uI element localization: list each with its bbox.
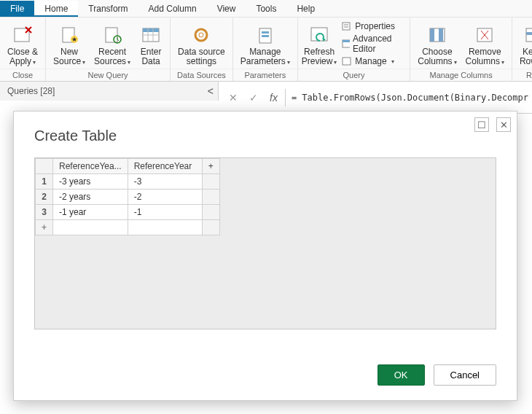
manage-button[interactable]: Manage xyxy=(340,55,404,67)
cancel-button[interactable]: Cancel xyxy=(434,364,496,386)
formula-text[interactable]: = Table.FromRows(Json.Document(Binary.De… xyxy=(292,93,528,103)
group-manage-columns: Choose Columns Remove Columns Manage Col… xyxy=(410,17,512,81)
column-header-b[interactable]: ReferenceYear xyxy=(128,159,202,174)
cell[interactable]: -1 year xyxy=(53,205,128,220)
formula-cancel-icon[interactable]: ✕ xyxy=(223,89,243,106)
menu-help[interactable]: Help xyxy=(286,1,325,17)
group-parameters: Manage Parameters Parameters xyxy=(233,17,298,81)
menu-home[interactable]: Home xyxy=(34,1,78,17)
group-close: Close & Apply Close xyxy=(0,17,46,81)
advanced-editor-icon xyxy=(342,39,350,49)
refresh-preview-button[interactable]: Refresh Preview xyxy=(301,21,337,67)
column-header-a[interactable]: ReferenceYea... xyxy=(53,159,128,174)
add-column-button[interactable]: + xyxy=(202,159,219,174)
keep-rows-button[interactable]: Keep Rows xyxy=(515,21,532,67)
cell[interactable]: -2 xyxy=(128,190,202,205)
table-row[interactable]: 3 -1 year -1 xyxy=(36,205,220,220)
group-query: Refresh Preview Properties Advanced Edit… xyxy=(298,17,410,81)
properties-button[interactable]: Properties xyxy=(340,20,404,32)
new-source-icon: ★ xyxy=(60,23,79,47)
fx-icon[interactable]: fx xyxy=(264,89,286,106)
group-label: Manage Columns xyxy=(410,69,512,81)
queries-label: Queries [28] xyxy=(7,86,55,96)
svg-rect-11 xyxy=(143,28,159,32)
svg-rect-19 xyxy=(262,35,269,37)
dialog-close-icon[interactable]: ✕ xyxy=(496,117,511,132)
group-label: Query xyxy=(298,69,410,81)
group-label: Close xyxy=(0,69,45,81)
menu-transform[interactable]: Transform xyxy=(78,1,138,17)
cell[interactable]: -3 years xyxy=(53,174,128,190)
parameters-icon xyxy=(256,23,275,47)
enter-data-icon xyxy=(141,23,160,47)
remove-columns-button[interactable]: Remove Columns xyxy=(461,21,509,67)
close-apply-button[interactable]: Close & Apply xyxy=(3,21,42,67)
close-apply-icon xyxy=(12,23,33,47)
svg-point-16 xyxy=(199,33,203,37)
queries-pane-header[interactable]: Queries [28] < xyxy=(0,82,219,101)
svg-text:★: ★ xyxy=(71,36,77,43)
choose-columns-icon xyxy=(428,23,447,47)
formula-bar: ✕ ✓ fx = Table.FromRows(Json.Document(Bi… xyxy=(219,82,532,114)
keep-rows-icon xyxy=(525,23,532,47)
properties-icon xyxy=(342,21,352,31)
create-table-dialog: ☐ ✕ Create Table ReferenceYea... Referen… xyxy=(13,111,517,401)
menu-file[interactable]: File xyxy=(0,1,34,17)
group-label: Data Sources xyxy=(171,69,232,81)
group-reduce-rows: Keep Rows Rem Ro Reduce Ro xyxy=(512,17,532,81)
cell[interactable]: -2 years xyxy=(53,190,128,205)
group-new-query: ★ New Source Recent Sources Enter Data N… xyxy=(46,17,171,81)
cell[interactable]: -3 xyxy=(128,174,202,190)
cell[interactable]: -1 xyxy=(128,205,202,220)
data-source-settings-button[interactable]: Data source settings xyxy=(173,21,230,66)
recent-sources-icon xyxy=(103,23,122,47)
new-source-button[interactable]: ★ New Source xyxy=(49,21,90,67)
manage-parameters-button[interactable]: Manage Parameters xyxy=(236,21,294,67)
enter-data-button[interactable]: Enter Data xyxy=(135,21,167,66)
group-label: New Query xyxy=(46,69,170,81)
menu-tools[interactable]: Tools xyxy=(246,1,286,17)
advanced-editor-button[interactable]: Advanced Editor xyxy=(340,33,404,55)
svg-rect-30 xyxy=(439,28,443,42)
remove-columns-icon xyxy=(475,23,494,47)
table-row[interactable]: 1 -3 years -3 xyxy=(36,174,220,190)
svg-rect-27 xyxy=(343,58,351,65)
menu-add-column[interactable]: Add Column xyxy=(138,1,207,17)
svg-rect-35 xyxy=(526,32,532,35)
add-row[interactable]: + xyxy=(36,220,220,235)
data-grid[interactable]: ReferenceYea... ReferenceYear + 1 -3 yea… xyxy=(34,157,496,329)
svg-rect-29 xyxy=(430,28,434,42)
recent-sources-button[interactable]: Recent Sources xyxy=(90,21,135,67)
svg-rect-22 xyxy=(343,23,350,30)
choose-columns-button[interactable]: Choose Columns xyxy=(413,21,461,67)
ribbon: Close & Apply Close ★ New Source Recent … xyxy=(0,17,532,82)
svg-rect-6 xyxy=(106,28,117,42)
svg-rect-18 xyxy=(262,31,269,34)
gear-icon xyxy=(192,23,211,47)
menu-view[interactable]: View xyxy=(207,1,246,17)
group-label: Reduce Ro xyxy=(512,69,532,81)
corner-cell xyxy=(36,159,53,174)
group-data-sources: Data source settings Data Sources xyxy=(171,17,233,81)
group-label: Parameters xyxy=(233,69,297,81)
manage-icon xyxy=(342,56,352,66)
menu-bar: File Home Transform Add Column View Tool… xyxy=(0,0,532,17)
formula-accept-icon[interactable]: ✓ xyxy=(243,89,264,106)
refresh-icon xyxy=(308,23,330,47)
dialog-maximize-icon[interactable]: ☐ xyxy=(474,117,489,132)
svg-rect-26 xyxy=(343,40,350,42)
collapse-icon[interactable]: < xyxy=(208,85,214,97)
ok-button[interactable]: OK xyxy=(378,364,425,386)
dialog-title: Create Table xyxy=(34,128,496,144)
table-row[interactable]: 2 -2 years -2 xyxy=(36,190,220,205)
